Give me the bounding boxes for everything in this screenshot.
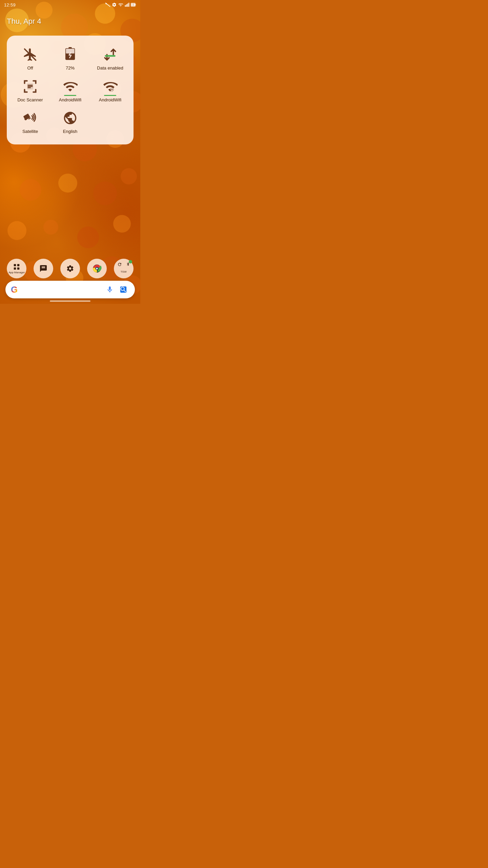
wifi-bar-2 — [104, 95, 116, 96]
data-enabled-icon — [101, 46, 119, 63]
svg-point-22 — [7, 221, 26, 240]
dock-item-settings[interactable] — [60, 259, 80, 278]
search-bar[interactable]: G — [5, 281, 135, 298]
svg-point-25 — [113, 215, 131, 233]
svg-rect-52 — [14, 264, 16, 266]
widget-item-airplane[interactable]: Off — [10, 42, 50, 74]
svg-point-50 — [24, 118, 27, 120]
svg-rect-34 — [128, 3, 129, 7]
wifi-status-icon — [118, 2, 123, 7]
widget-item-wifi1[interactable]: AndroidWifi — [50, 74, 90, 106]
svg-rect-49 — [23, 114, 30, 120]
widget-label-battery: 72% — [66, 65, 75, 71]
home-indicator — [50, 300, 90, 302]
svg-rect-53 — [17, 264, 19, 266]
connection-icon — [105, 2, 110, 7]
settings-icon — [66, 264, 74, 273]
doc-scanner-icon — [21, 78, 39, 95]
svg-rect-36 — [135, 4, 136, 5]
widget-label-airplane: Off — [27, 65, 33, 71]
widget-item-satellite[interactable]: Satellite — [10, 106, 50, 138]
wifi-bar-1 — [64, 95, 76, 96]
svg-point-23 — [43, 220, 58, 235]
dock-item-tsw[interactable]: TSW — [114, 259, 134, 278]
dock-item-chrome[interactable] — [87, 259, 107, 278]
dock-label-appmanager: App Manager — [8, 271, 25, 274]
chrome-icon — [92, 264, 102, 273]
bluetooth-icon — [126, 262, 130, 266]
widget-item-docscanner[interactable]: Doc Scanner — [10, 74, 50, 106]
svg-point-21 — [121, 168, 137, 184]
dock-item-appmanager[interactable]: App Manager — [7, 259, 26, 278]
airplane-off-icon — [21, 46, 39, 63]
svg-rect-55 — [17, 267, 19, 269]
widget-label-wifi2: AndroidWifi — [99, 97, 121, 103]
signal-status-icon — [125, 2, 129, 7]
widget-card: Off 72% Data enabled — [7, 36, 134, 144]
svg-point-59 — [96, 268, 98, 270]
widget-label-satellite: Satellite — [22, 129, 38, 134]
dock: App Manager TSW — [3, 259, 137, 278]
svg-rect-33 — [127, 4, 128, 7]
svg-rect-40 — [68, 47, 72, 49]
status-icons — [105, 2, 136, 7]
google-logo: G — [11, 284, 18, 295]
refresh-icon — [117, 262, 122, 267]
svg-point-20 — [93, 181, 117, 205]
widget-label-wifi1: AndroidWifi — [59, 97, 81, 103]
svg-point-48 — [111, 89, 113, 90]
date-label: Thu, Apr 4 — [7, 17, 41, 26]
wifi1-icon — [61, 78, 79, 95]
battery-charging-icon — [61, 46, 79, 63]
status-bar: 12:59 — [0, 0, 140, 9]
svg-rect-31 — [125, 5, 126, 7]
widget-item-battery[interactable]: 72% — [50, 42, 90, 74]
svg-point-19 — [58, 174, 77, 193]
svg-point-18 — [20, 179, 41, 201]
widget-label-docscanner: Doc Scanner — [17, 97, 43, 103]
widget-label-english: English — [63, 129, 78, 134]
svg-rect-32 — [126, 4, 127, 7]
globe-icon — [61, 109, 79, 127]
widget-item-wifi2[interactable]: AndroidWifi — [90, 74, 130, 106]
svg-rect-54 — [14, 267, 16, 269]
widget-item-english[interactable]: English — [50, 106, 90, 138]
dock-item-messages[interactable] — [34, 259, 53, 278]
wifi2-settings-icon — [101, 78, 119, 95]
grid-icon — [13, 263, 20, 271]
status-time: 12:59 — [4, 2, 16, 7]
satellite-icon — [21, 109, 39, 127]
battery-status-icon — [131, 2, 136, 7]
status-settings-icon — [112, 2, 117, 7]
widget-item-data[interactable]: Data enabled — [90, 42, 130, 74]
messages-icon — [39, 264, 47, 273]
svg-point-24 — [77, 226, 99, 248]
microphone-button[interactable] — [104, 283, 116, 296]
lens-button[interactable] — [117, 283, 129, 296]
dock-label-tsw: TSW — [121, 271, 127, 274]
widget-label-data: Data enabled — [97, 65, 123, 71]
svg-rect-42 — [105, 55, 115, 57]
